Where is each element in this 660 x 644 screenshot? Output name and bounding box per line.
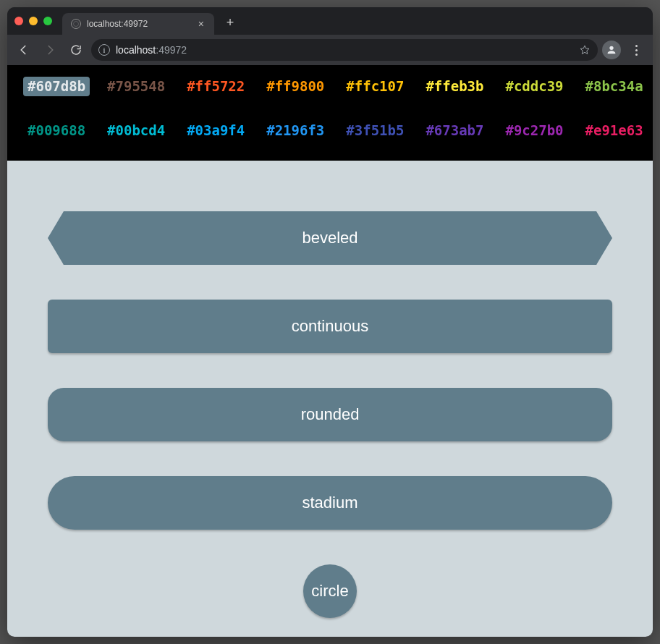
reload-button[interactable] [65, 39, 87, 61]
color-swatch[interactable]: #2196f3 [262, 121, 329, 140]
shape-continuous[interactable]: continuous [48, 300, 612, 353]
shape-label: stadium [302, 493, 358, 512]
shape-row: rounded [29, 388, 631, 441]
page-viewport: #607d8b#795548#ff5722#ff9800#ffc107#ffeb… [7, 65, 653, 637]
shape-row: beveled [29, 211, 631, 265]
browser-window: localhost:49972 × + i localhost:49972 [7, 7, 653, 637]
color-swatch[interactable]: #e91e63 [581, 121, 648, 140]
browser-tab[interactable]: localhost:49972 × [62, 13, 214, 35]
window-close-button[interactable] [14, 17, 23, 25]
shape-row: stadium [29, 476, 631, 530]
color-swatch[interactable]: #ff5722 [182, 77, 249, 96]
shapes-panel: beveledcontinuousroundedstadiumcircle [7, 161, 653, 637]
color-swatch-panel: #607d8b#795548#ff5722#ff9800#ffc107#ffeb… [7, 65, 653, 161]
shape-row: continuous [29, 300, 631, 353]
url-host: localhost [116, 44, 156, 56]
color-swatch[interactable]: #673ab7 [421, 121, 488, 140]
window-zoom-button[interactable] [43, 17, 52, 25]
new-tab-button[interactable]: + [220, 12, 240, 33]
address-bar[interactable]: i localhost:49972 [91, 39, 598, 61]
tab-title: localhost:49972 [87, 19, 190, 29]
arrow-left-icon [17, 43, 30, 56]
color-swatch[interactable]: #ffeb3b [421, 77, 488, 96]
reload-icon [69, 43, 82, 56]
shape-label: beveled [302, 229, 358, 247]
kebab-icon [635, 45, 638, 56]
color-swatch[interactable]: #3f51b5 [342, 121, 408, 140]
tab-strip: localhost:49972 × + [7, 7, 653, 35]
color-swatch[interactable]: #cddc39 [501, 77, 567, 96]
swatch-row: #009688#00bcd4#03a9f4#2196f3#3f51b5#673a… [23, 121, 637, 140]
shape-rounded[interactable]: rounded [48, 388, 612, 441]
globe-icon [71, 19, 81, 29]
close-icon[interactable]: × [195, 17, 207, 30]
window-controls [14, 17, 52, 25]
bookmark-button[interactable] [579, 44, 591, 56]
browser-toolbar: i localhost:49972 [7, 35, 653, 65]
color-swatch[interactable]: #ffc107 [342, 77, 408, 96]
browser-menu-button[interactable] [625, 39, 647, 61]
back-button[interactable] [13, 39, 35, 61]
swatch-row: #607d8b#795548#ff5722#ff9800#ffc107#ffeb… [23, 77, 637, 96]
shape-label: rounded [301, 405, 360, 424]
window-minimize-button[interactable] [29, 17, 38, 25]
color-swatch[interactable]: #03a9f4 [182, 121, 249, 140]
arrow-right-icon [43, 43, 56, 56]
forward-button[interactable] [39, 39, 61, 61]
person-icon [606, 44, 617, 56]
color-swatch[interactable]: #8bc34a [581, 77, 648, 96]
star-icon [579, 44, 591, 56]
shape-stadium[interactable]: stadium [48, 476, 612, 530]
profile-button[interactable] [602, 41, 621, 59]
shape-beveled[interactable]: beveled [48, 211, 612, 265]
color-swatch[interactable]: #607d8b [23, 77, 90, 96]
color-swatch[interactable]: #ff9800 [262, 77, 329, 96]
color-swatch[interactable]: #009688 [23, 121, 90, 140]
shape-row: circle [29, 564, 631, 618]
url-port: :49972 [156, 44, 187, 56]
color-swatch[interactable]: #9c27b0 [501, 121, 567, 140]
color-swatch[interactable]: #00bcd4 [103, 121, 169, 140]
color-swatch[interactable]: #795548 [103, 77, 169, 96]
shape-circle[interactable]: circle [303, 564, 357, 618]
shape-label: continuous [292, 317, 368, 336]
shape-label: circle [311, 582, 348, 601]
site-info-icon[interactable]: i [98, 44, 110, 56]
